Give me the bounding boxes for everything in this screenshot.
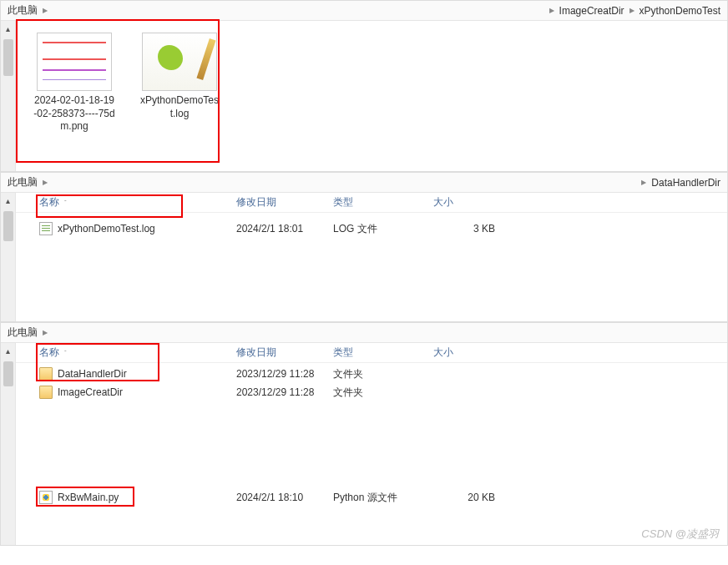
breadcrumb-root[interactable]: 此电脑 xyxy=(4,175,41,189)
file-row[interactable]: xPythonDemoTest.log 2024/2/1 18:01 LOG 文… xyxy=(16,219,727,238)
scroll-up-icon[interactable]: ▴ xyxy=(6,196,10,208)
file-date: 2024/2/1 18:01 xyxy=(236,223,333,235)
column-size[interactable]: 大小 xyxy=(433,195,508,209)
file-size: 20 KB xyxy=(433,492,508,503)
log-file-icon xyxy=(39,222,53,235)
file-size: 3 KB xyxy=(433,223,508,235)
scrollbar[interactable]: ▴ xyxy=(1,343,16,545)
explorer-panel-3: 此电脑 ▶ ▴ 名称ˆ 修改日期 类型 大小 DataHandlerDir 20… xyxy=(0,322,728,546)
chevron-right-icon: ▶ xyxy=(640,179,648,186)
scrollbar[interactable]: ▴ xyxy=(1,21,16,171)
scroll-up-icon[interactable]: ▴ xyxy=(6,24,10,36)
column-type[interactable]: 类型 xyxy=(333,195,433,209)
breadcrumb-root[interactable]: 此电脑 xyxy=(4,325,41,340)
column-size[interactable]: 大小 xyxy=(433,346,508,360)
file-type: LOG 文件 xyxy=(333,222,433,236)
file-date: 2024/2/1 18:10 xyxy=(236,492,333,503)
breadcrumb[interactable]: 此电脑 ▶ ▶ DataHandlerDir xyxy=(1,173,727,193)
file-row[interactable]: ImageCreatDir 2023/12/29 11:28 文件夹 xyxy=(16,383,727,401)
file-list: 名称ˆ 修改日期 类型 大小 DataHandlerDir 2023/12/29… xyxy=(16,343,727,545)
python-file-icon xyxy=(39,491,53,504)
breadcrumb-item[interactable]: DataHandlerDir xyxy=(648,177,724,189)
chevron-right-icon: ▶ xyxy=(41,329,49,336)
annotation-box xyxy=(36,343,159,381)
column-date[interactable]: 修改日期 xyxy=(236,195,333,209)
chevron-right-icon: ▶ xyxy=(628,7,636,14)
file-grid: 2024-02-01-18-19-02-258373----75dm.png x… xyxy=(16,21,727,171)
breadcrumb-item[interactable]: xPythonDemoTest xyxy=(636,5,724,17)
watermark: CSDN @凌盛羽 xyxy=(641,527,719,542)
file-date: 2023/12/29 11:28 xyxy=(236,368,333,380)
explorer-panel-1: 此电脑 ▶ ▶ ImageCreatDir ▶ xPythonDemoTest … xyxy=(0,0,728,172)
chevron-right-icon: ▶ xyxy=(41,179,49,186)
breadcrumb-root[interactable]: 此电脑 xyxy=(4,3,41,18)
folder-icon xyxy=(39,386,53,399)
chevron-right-icon: ▶ xyxy=(41,7,49,14)
scrollbar-thumb[interactable] xyxy=(3,211,13,241)
scrollbar[interactable]: ▴ xyxy=(1,193,16,321)
file-type: 文件夹 xyxy=(333,367,433,381)
file-list: 名称ˆ 修改日期 类型 大小 xPythonDemoTest.log 2024/… xyxy=(16,193,727,321)
scrollbar-thumb[interactable] xyxy=(3,361,13,386)
file-name: ImageCreatDir xyxy=(58,386,123,398)
file-name: xPythonDemoTest.log xyxy=(58,223,155,235)
annotation-box xyxy=(36,194,183,218)
breadcrumb-item[interactable]: ImageCreatDir xyxy=(556,5,628,17)
breadcrumb[interactable]: 此电脑 ▶ ▶ ImageCreatDir ▶ xPythonDemoTest xyxy=(1,1,727,21)
column-date[interactable]: 修改日期 xyxy=(236,346,333,360)
scrollbar-thumb[interactable] xyxy=(3,39,13,76)
file-date: 2023/12/29 11:28 xyxy=(236,386,333,398)
explorer-panel-2: 此电脑 ▶ ▶ DataHandlerDir ▴ 名称ˆ 修改日期 类型 大小 … xyxy=(0,172,728,322)
file-type: Python 源文件 xyxy=(333,491,433,505)
file-type: 文件夹 xyxy=(333,386,433,400)
column-type[interactable]: 类型 xyxy=(333,346,433,360)
notepad-icon xyxy=(142,33,217,91)
image-thumbnail-icon xyxy=(37,33,112,91)
breadcrumb[interactable]: 此电脑 ▶ xyxy=(1,323,727,343)
chevron-right-icon: ▶ xyxy=(548,7,556,14)
scroll-up-icon[interactable]: ▴ xyxy=(6,346,10,358)
